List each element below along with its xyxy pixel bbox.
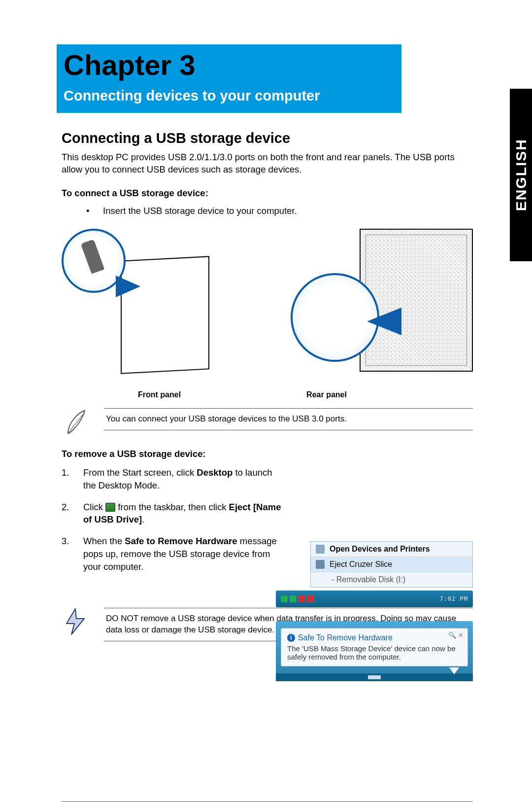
language-label: ENGLISH [513, 139, 530, 211]
list-item: 3. When the Safe to Remove Hardware mess… [62, 535, 283, 573]
rear-panel-label: Rear panel [306, 390, 347, 399]
taskbar-tray-icon [105, 503, 115, 512]
step-text: From the Start screen, click Desktop to … [83, 466, 283, 492]
step-number: 1. [62, 466, 83, 492]
step-text: Click from the taskbar, then click Eject… [83, 501, 283, 526]
menu-label: Eject Cruzer Slice [330, 560, 392, 569]
menu-label: Open Devices and Printers [330, 545, 430, 554]
notification-balloon-wrap: 🔍 ✕ i Safe To Remove Hardware The 'USB M… [276, 621, 473, 681]
info-icon: i [287, 634, 295, 642]
chapter-title: Chapter 3 [64, 44, 401, 81]
menu-item-open-devices: Open Devices and Printers [311, 542, 472, 557]
connect-heading: To connect a USB storage device: [62, 188, 473, 199]
step-number: 3. [62, 535, 83, 573]
language-tab: ENGLISH [510, 89, 532, 261]
front-arrow-icon [116, 276, 140, 297]
note-feather-icon [62, 408, 89, 436]
step-text: When the Safe to Remove Hardware message… [83, 535, 283, 573]
warning-lightning-icon [62, 608, 89, 635]
rear-tower-illustration [360, 229, 473, 372]
remove-heading: To remove a USB storage device: [62, 449, 473, 459]
tray-icon [299, 595, 305, 602]
tray-icon [290, 595, 297, 602]
menu-item-eject: Eject Cruzer Slice [311, 557, 472, 572]
balloon-title: Safe To Remove Hardware [298, 633, 393, 642]
front-panel-diagram [62, 229, 234, 377]
taskbar-clock: 7:02 PM [439, 595, 468, 602]
screenshot-area: Open Devices and Printers Eject Cruzer S… [276, 541, 473, 681]
connect-step-text: Insert the USB storage device to your co… [103, 206, 297, 216]
balloon-taskbar [276, 673, 473, 681]
tray-icon [281, 595, 288, 602]
chapter-subtitle: Connecting devices to your computer [64, 88, 401, 104]
connect-step-row: • Insert the USB storage device to your … [86, 206, 473, 216]
menu-sub-item: - Removable Disk (I:) [311, 572, 472, 587]
balloon-title-row: i Safe To Remove Hardware [287, 633, 462, 642]
manual-page: ENGLISH Chapter 3 Connecting devices to … [0, 44, 532, 802]
step-number: 2. [62, 501, 83, 526]
printer-icon [316, 545, 325, 554]
balloon-body: The 'USB Mass Storage Device' device can… [287, 644, 462, 661]
rear-panel-diagram [291, 229, 473, 377]
tray-icons [281, 595, 314, 602]
rear-arrow-icon [367, 308, 401, 335]
front-panel-label: Front panel [138, 390, 181, 399]
list-item: 1. From the Start screen, click Desktop … [62, 466, 283, 492]
note-text: You can connect your USB storage devices… [104, 408, 473, 430]
front-tower-illustration [121, 256, 209, 374]
rear-callout-circle [291, 273, 379, 362]
eject-context-menu: Open Devices and Printers Eject Cruzer S… [310, 541, 473, 588]
intro-paragraph: This desktop PC provides USB 2.0/1.1/3.0… [62, 151, 473, 176]
chapter-header: Chapter 3 Connecting devices to your com… [57, 44, 401, 113]
note-box: You can connect your USB storage devices… [62, 408, 473, 436]
usb-stick-icon [81, 239, 105, 274]
tray-icon [307, 595, 314, 602]
bullet-icon: • [86, 206, 103, 216]
drive-icon [316, 560, 325, 569]
diagram-area [62, 229, 473, 386]
section-heading: Connecting a USB storage device [62, 130, 473, 146]
balloon-close-icon: 🔍 ✕ [448, 631, 464, 639]
safe-remove-balloon: 🔍 ✕ i Safe To Remove Hardware The 'USB M… [281, 628, 468, 666]
taskbar-strip: 7:02 PM [276, 591, 473, 607]
list-item: 2. Click from the taskbar, then click Ej… [62, 501, 283, 526]
panel-labels-row: Front panel Rear panel [62, 390, 473, 399]
